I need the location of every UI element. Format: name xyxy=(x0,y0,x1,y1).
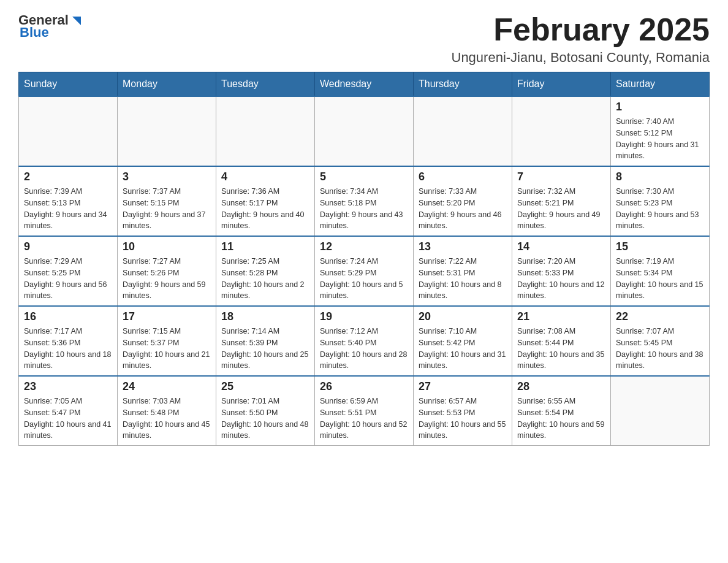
day-number: 2 xyxy=(24,170,112,183)
weekday-header-saturday: Saturday xyxy=(611,72,710,97)
weekday-header-row: SundayMondayTuesdayWednesdayThursdayFrid… xyxy=(19,72,710,97)
day-number: 1 xyxy=(616,101,704,113)
day-number: 16 xyxy=(24,310,112,323)
weekday-header-wednesday: Wednesday xyxy=(315,72,414,97)
weekday-header-tuesday: Tuesday xyxy=(216,72,315,97)
weekday-header-friday: Friday xyxy=(512,72,611,97)
day-info: Sunrise: 7:05 AMSunset: 5:47 PMDaylight:… xyxy=(24,396,112,442)
day-number: 14 xyxy=(517,240,605,253)
calendar-cell xyxy=(315,96,414,166)
title-section: February 2025 Ungureni-Jianu, Botosani C… xyxy=(452,12,710,66)
day-number: 13 xyxy=(419,240,507,253)
day-number: 9 xyxy=(24,240,112,253)
week-row-1: 2Sunrise: 7:39 AMSunset: 5:13 PMDaylight… xyxy=(19,166,710,236)
day-number: 11 xyxy=(221,240,309,253)
calendar-cell: 15Sunrise: 7:19 AMSunset: 5:34 PMDayligh… xyxy=(611,236,710,306)
day-info: Sunrise: 7:07 AMSunset: 5:45 PMDaylight:… xyxy=(616,326,704,372)
calendar-cell: 23Sunrise: 7:05 AMSunset: 5:47 PMDayligh… xyxy=(19,376,118,446)
day-info: Sunrise: 7:33 AMSunset: 5:20 PMDaylight:… xyxy=(419,186,507,232)
calendar-cell: 4Sunrise: 7:36 AMSunset: 5:17 PMDaylight… xyxy=(216,166,315,236)
calendar-cell xyxy=(611,376,710,446)
calendar-cell: 10Sunrise: 7:27 AMSunset: 5:26 PMDayligh… xyxy=(118,236,216,306)
day-number: 15 xyxy=(616,240,704,253)
day-info: Sunrise: 7:19 AMSunset: 5:34 PMDaylight:… xyxy=(616,256,704,302)
calendar-cell: 1Sunrise: 7:40 AMSunset: 5:12 PMDaylight… xyxy=(611,96,710,166)
calendar-cell: 11Sunrise: 7:25 AMSunset: 5:28 PMDayligh… xyxy=(216,236,315,306)
day-number: 23 xyxy=(24,380,112,393)
calendar-cell: 8Sunrise: 7:30 AMSunset: 5:23 PMDaylight… xyxy=(611,166,710,236)
week-row-2: 9Sunrise: 7:29 AMSunset: 5:25 PMDaylight… xyxy=(19,236,710,306)
calendar-cell: 7Sunrise: 7:32 AMSunset: 5:21 PMDaylight… xyxy=(512,166,611,236)
logo-blue-text: Blue xyxy=(20,25,49,40)
day-number: 25 xyxy=(221,380,309,393)
calendar-cell: 16Sunrise: 7:17 AMSunset: 5:36 PMDayligh… xyxy=(19,306,118,376)
day-number: 20 xyxy=(419,310,507,323)
day-info: Sunrise: 7:17 AMSunset: 5:36 PMDaylight:… xyxy=(24,326,112,372)
calendar-cell: 28Sunrise: 6:55 AMSunset: 5:54 PMDayligh… xyxy=(512,376,611,446)
day-number: 28 xyxy=(517,380,605,393)
day-info: Sunrise: 7:37 AMSunset: 5:15 PMDaylight:… xyxy=(123,186,211,232)
day-info: Sunrise: 7:08 AMSunset: 5:44 PMDaylight:… xyxy=(517,326,605,372)
day-info: Sunrise: 7:29 AMSunset: 5:25 PMDaylight:… xyxy=(24,256,112,302)
calendar-cell: 22Sunrise: 7:07 AMSunset: 5:45 PMDayligh… xyxy=(611,306,710,376)
calendar-cell: 2Sunrise: 7:39 AMSunset: 5:13 PMDaylight… xyxy=(19,166,118,236)
calendar-cell: 26Sunrise: 6:59 AMSunset: 5:51 PMDayligh… xyxy=(315,376,414,446)
day-info: Sunrise: 7:40 AMSunset: 5:12 PMDaylight:… xyxy=(616,116,704,162)
day-number: 10 xyxy=(123,240,211,253)
day-info: Sunrise: 6:59 AMSunset: 5:51 PMDaylight:… xyxy=(320,396,408,442)
day-number: 8 xyxy=(616,170,704,183)
day-number: 22 xyxy=(616,310,704,323)
day-number: 21 xyxy=(517,310,605,323)
day-info: Sunrise: 7:14 AMSunset: 5:39 PMDaylight:… xyxy=(221,326,309,372)
calendar-cell xyxy=(216,96,315,166)
location-title: Ungureni-Jianu, Botosani County, Romania xyxy=(452,50,710,66)
calendar-cell: 3Sunrise: 7:37 AMSunset: 5:15 PMDaylight… xyxy=(118,166,216,236)
day-info: Sunrise: 7:20 AMSunset: 5:33 PMDaylight:… xyxy=(517,256,605,302)
day-number: 7 xyxy=(517,170,605,183)
calendar-cell: 12Sunrise: 7:24 AMSunset: 5:29 PMDayligh… xyxy=(315,236,414,306)
page-header: General Blue February 2025 Ungureni-Jian… xyxy=(18,12,710,66)
month-title: February 2025 xyxy=(452,12,710,47)
calendar-cell: 25Sunrise: 7:01 AMSunset: 5:50 PMDayligh… xyxy=(216,376,315,446)
day-number: 19 xyxy=(320,310,408,323)
calendar-cell: 20Sunrise: 7:10 AMSunset: 5:42 PMDayligh… xyxy=(414,306,512,376)
calendar-cell: 19Sunrise: 7:12 AMSunset: 5:40 PMDayligh… xyxy=(315,306,414,376)
weekday-header-monday: Monday xyxy=(118,72,216,97)
logo-triangle-icon xyxy=(70,14,83,28)
calendar-cell: 9Sunrise: 7:29 AMSunset: 5:25 PMDaylight… xyxy=(19,236,118,306)
day-number: 12 xyxy=(320,240,408,253)
week-row-4: 23Sunrise: 7:05 AMSunset: 5:47 PMDayligh… xyxy=(19,376,710,446)
calendar-cell: 5Sunrise: 7:34 AMSunset: 5:18 PMDaylight… xyxy=(315,166,414,236)
week-row-3: 16Sunrise: 7:17 AMSunset: 5:36 PMDayligh… xyxy=(19,306,710,376)
day-number: 4 xyxy=(221,170,309,183)
day-info: Sunrise: 7:34 AMSunset: 5:18 PMDaylight:… xyxy=(320,186,408,232)
day-number: 3 xyxy=(123,170,211,183)
weekday-header-thursday: Thursday xyxy=(414,72,512,97)
day-info: Sunrise: 7:30 AMSunset: 5:23 PMDaylight:… xyxy=(616,186,704,232)
day-info: Sunrise: 7:36 AMSunset: 5:17 PMDaylight:… xyxy=(221,186,309,232)
calendar-cell xyxy=(512,96,611,166)
day-number: 26 xyxy=(320,380,408,393)
day-number: 18 xyxy=(221,310,309,323)
calendar-cell: 24Sunrise: 7:03 AMSunset: 5:48 PMDayligh… xyxy=(118,376,216,446)
day-info: Sunrise: 7:25 AMSunset: 5:28 PMDaylight:… xyxy=(221,256,309,302)
day-number: 24 xyxy=(123,380,211,393)
calendar-cell xyxy=(19,96,118,166)
day-info: Sunrise: 7:22 AMSunset: 5:31 PMDaylight:… xyxy=(419,256,507,302)
day-info: Sunrise: 7:24 AMSunset: 5:29 PMDaylight:… xyxy=(320,256,408,302)
calendar-table: SundayMondayTuesdayWednesdayThursdayFrid… xyxy=(18,72,710,446)
day-info: Sunrise: 6:55 AMSunset: 5:54 PMDaylight:… xyxy=(517,396,605,442)
day-info: Sunrise: 7:39 AMSunset: 5:13 PMDaylight:… xyxy=(24,186,112,232)
day-info: Sunrise: 7:10 AMSunset: 5:42 PMDaylight:… xyxy=(419,326,507,372)
calendar-cell: 27Sunrise: 6:57 AMSunset: 5:53 PMDayligh… xyxy=(414,376,512,446)
calendar-cell: 18Sunrise: 7:14 AMSunset: 5:39 PMDayligh… xyxy=(216,306,315,376)
day-number: 6 xyxy=(419,170,507,183)
day-info: Sunrise: 7:27 AMSunset: 5:26 PMDaylight:… xyxy=(123,256,211,302)
day-info: Sunrise: 7:03 AMSunset: 5:48 PMDaylight:… xyxy=(123,396,211,442)
day-info: Sunrise: 7:32 AMSunset: 5:21 PMDaylight:… xyxy=(517,186,605,232)
calendar-cell: 13Sunrise: 7:22 AMSunset: 5:31 PMDayligh… xyxy=(414,236,512,306)
weekday-header-sunday: Sunday xyxy=(19,72,118,97)
day-number: 5 xyxy=(320,170,408,183)
calendar-cell xyxy=(118,96,216,166)
calendar-cell: 14Sunrise: 7:20 AMSunset: 5:33 PMDayligh… xyxy=(512,236,611,306)
